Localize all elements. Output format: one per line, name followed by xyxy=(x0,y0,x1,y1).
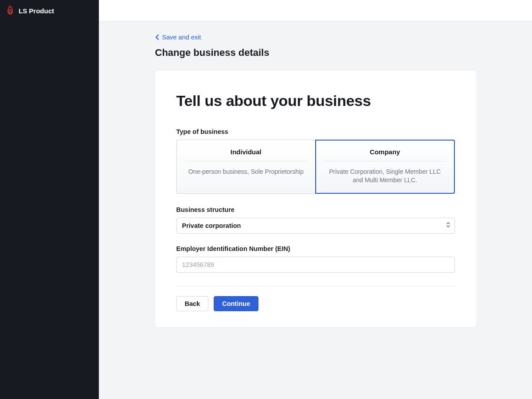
type-card-desc: Private Corporation, Single Member LLC a… xyxy=(324,161,446,184)
save-and-exit-label: Save and exit xyxy=(162,34,201,41)
type-card-title: Individual xyxy=(185,148,308,161)
continue-button[interactable]: Continue xyxy=(214,296,258,311)
main: Save and exit Change business details Te… xyxy=(99,0,532,399)
type-of-business-options: Individual One-person business, Sole Pro… xyxy=(176,140,455,194)
chevron-left-icon xyxy=(155,35,160,40)
type-of-business-label: Type of business xyxy=(176,128,455,135)
type-card-desc: One-person business, Sole Proprietorship xyxy=(185,161,308,176)
page-title: Change business details xyxy=(155,47,476,59)
type-card-title: Company xyxy=(324,148,446,161)
business-structure-select[interactable]: Private corporation xyxy=(176,218,455,234)
ein-input[interactable] xyxy=(176,257,455,273)
type-card-individual[interactable]: Individual One-person business, Sole Pro… xyxy=(176,140,316,194)
ein-label: Employer Identification Number (EIN) xyxy=(176,245,455,252)
app-title: LS Product xyxy=(19,7,54,15)
card-heading: Tell us about your business xyxy=(176,92,455,110)
topbar xyxy=(99,0,532,21)
business-structure-label: Business structure xyxy=(176,206,455,213)
content: Save and exit Change business details Te… xyxy=(99,21,532,399)
sidebar: LS Product xyxy=(0,0,99,399)
flame-icon xyxy=(6,6,14,16)
form-card: Tell us about your business Type of busi… xyxy=(155,71,476,327)
divider xyxy=(176,286,455,286)
sidebar-header: LS Product xyxy=(0,0,99,21)
type-card-company[interactable]: Company Private Corporation, Single Memb… xyxy=(315,140,455,194)
form-actions: Back Continue xyxy=(176,296,455,311)
save-and-exit-link[interactable]: Save and exit xyxy=(155,31,201,43)
back-button[interactable]: Back xyxy=(176,296,209,311)
